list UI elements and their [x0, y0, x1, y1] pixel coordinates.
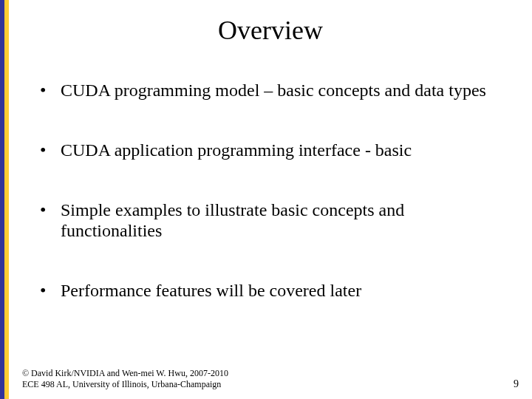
- slide-footer: © David Kirk/NVIDIA and Wen-mei W. Hwu, …: [22, 368, 519, 390]
- bullet-item: • Simple examples to illustrate basic co…: [40, 200, 502, 242]
- bullet-text: CUDA programming model – basic concepts …: [61, 80, 502, 101]
- bullet-item: • Performance features will be covered l…: [40, 280, 502, 301]
- footer-line-1: © David Kirk/NVIDIA and Wen-mei W. Hwu, …: [22, 368, 228, 379]
- bullet-text: Performance features will be covered lat…: [61, 280, 502, 301]
- bullet-marker: •: [40, 140, 61, 161]
- footer-credits: © David Kirk/NVIDIA and Wen-mei W. Hwu, …: [22, 368, 228, 390]
- slide-title: Overview: [9, 15, 532, 46]
- bullet-item: • CUDA application programming interface…: [40, 140, 502, 161]
- bullet-list: • CUDA programming model – basic concept…: [9, 80, 532, 301]
- bullet-item: • CUDA programming model – basic concept…: [40, 80, 502, 101]
- bullet-marker: •: [40, 200, 61, 221]
- bullet-marker: •: [40, 280, 61, 301]
- slide-content: Overview • CUDA programming model – basi…: [9, 0, 532, 399]
- bullet-text: Simple examples to illustrate basic conc…: [61, 200, 502, 242]
- page-number: 9: [514, 378, 519, 390]
- bullet-text: CUDA application programming interface -…: [61, 140, 502, 161]
- footer-line-2: ECE 498 AL, University of Illinois, Urba…: [22, 379, 228, 390]
- decorative-left-stripes: [0, 0, 9, 399]
- bullet-marker: •: [40, 80, 61, 101]
